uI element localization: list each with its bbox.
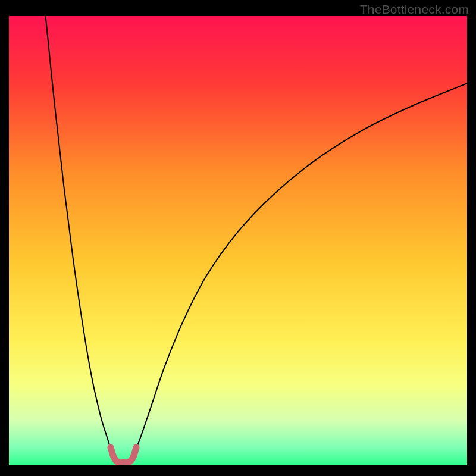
watermark-text: TheBottleneck.com (360, 2, 469, 17)
chart-frame: TheBottleneck.com (0, 0, 476, 476)
gradient-background (9, 16, 467, 465)
plot-area (9, 16, 467, 465)
chart-svg (9, 16, 467, 465)
